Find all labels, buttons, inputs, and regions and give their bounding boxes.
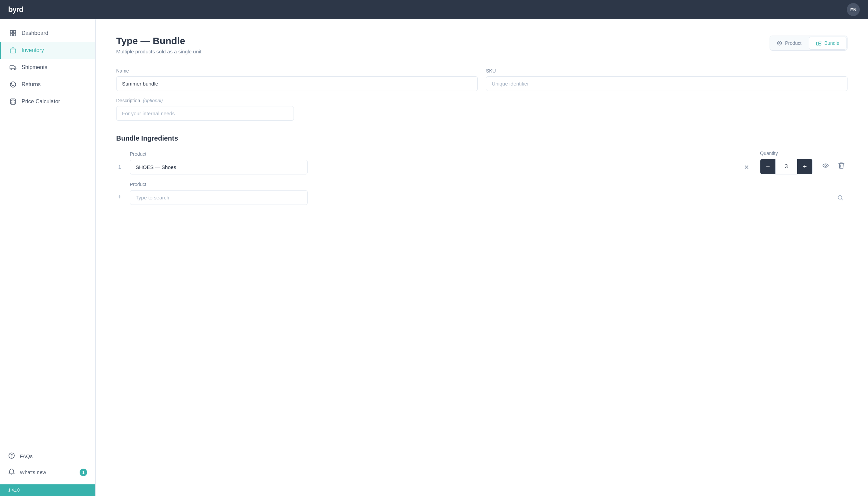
description-group: Description (optional) [116, 98, 294, 121]
type-toggle: Product Bundle [770, 36, 847, 51]
version-label: 1.41.0 [0, 484, 95, 496]
svg-rect-1 [13, 30, 16, 33]
truck-icon [9, 64, 17, 71]
sidebar-item-faqs[interactable]: FAQs [0, 448, 95, 464]
row-number-1: 1 [116, 164, 123, 174]
view-ingredient-1-button[interactable] [819, 159, 832, 172]
description-row: Description (optional) [116, 98, 847, 121]
svg-rect-22 [819, 41, 821, 43]
sidebar-item-inventory[interactable]: Inventory [0, 42, 95, 59]
svg-point-24 [823, 164, 828, 167]
qty-increase-1[interactable]: + [797, 159, 812, 174]
svg-rect-3 [13, 34, 16, 36]
logo: byrd [8, 5, 23, 14]
svg-point-7 [14, 69, 15, 70]
sidebar: Dashboard Inventory [0, 19, 96, 496]
ingredient-quantity-1: Quantity − 3 + [760, 151, 813, 174]
sku-input[interactable] [486, 76, 847, 91]
ingredient-row-1: 1 Product ✕ Quantity − 3 + [116, 151, 847, 174]
eye-icon [822, 162, 829, 169]
main-content: Type — Bundle Multiple products sold as … [96, 19, 868, 496]
sidebar-item-whats-new[interactable]: What's new 1 [0, 464, 95, 480]
bundle-type-icon [816, 40, 822, 46]
product-input-wrapper-1: ✕ [130, 160, 753, 174]
sidebar-item-label: Dashboard [22, 30, 48, 36]
sku-label: SKU [486, 68, 847, 74]
product-type-icon [777, 40, 782, 46]
main-layout: Dashboard Inventory [0, 19, 868, 496]
svg-point-25 [825, 165, 827, 167]
svg-rect-2 [10, 34, 13, 36]
ingredient-actions-1 [819, 159, 847, 174]
page-title-block: Type — Bundle Multiple products sold as … [116, 36, 201, 54]
page-header: Type — Bundle Multiple products sold as … [116, 36, 847, 54]
svg-point-8 [10, 82, 16, 87]
sidebar-nav: Dashboard Inventory [0, 19, 95, 444]
help-icon [8, 452, 15, 460]
product-type-button[interactable]: Product [770, 36, 808, 50]
clear-product-1-icon[interactable]: ✕ [744, 164, 749, 171]
bundle-type-button[interactable]: Bundle [809, 37, 846, 50]
quantity-controls-1: − 3 + [760, 159, 813, 174]
svg-point-19 [777, 41, 782, 45]
name-input[interactable] [116, 76, 478, 91]
grid-icon [9, 29, 17, 37]
sidebar-item-price-calculator[interactable]: Price Calculator [0, 93, 95, 110]
sidebar-item-label: Inventory [22, 47, 44, 53]
new-product-input-wrapper [130, 190, 847, 205]
svg-point-11 [12, 102, 12, 103]
svg-rect-0 [10, 30, 13, 33]
topbar: byrd EN [0, 0, 868, 19]
bundle-ingredients-title: Bundle Ingredients [116, 134, 847, 142]
bundle-ingredients-section: Bundle Ingredients 1 Product ✕ Quantity … [116, 134, 847, 205]
svg-point-26 [838, 195, 842, 199]
add-plus-symbol: + [116, 194, 123, 205]
svg-point-20 [779, 42, 780, 44]
language-button[interactable]: EN [847, 3, 860, 16]
new-product-label: Product [130, 182, 146, 187]
sidebar-item-label: Price Calculator [22, 99, 60, 105]
qty-decrease-1[interactable]: − [760, 159, 775, 174]
return-icon [9, 81, 17, 88]
sidebar-item-label: FAQs [20, 453, 33, 459]
product-label-1: Product [130, 151, 146, 157]
qty-value-1: 3 [775, 159, 797, 174]
svg-point-14 [12, 103, 12, 104]
svg-rect-5 [10, 66, 14, 69]
sidebar-item-label: What's new [20, 469, 46, 475]
sidebar-bottom: FAQs What's new 1 [0, 444, 95, 484]
calculator-icon [9, 98, 17, 105]
description-label: Description (optional) [116, 98, 294, 103]
name-label: Name [116, 68, 478, 74]
quantity-label-1: Quantity [760, 151, 813, 156]
svg-rect-23 [819, 43, 821, 45]
new-ingredient-product: Product [130, 181, 847, 205]
sku-group: SKU [486, 68, 847, 91]
sidebar-item-returns[interactable]: Returns [0, 76, 95, 93]
svg-point-15 [13, 103, 13, 104]
box-icon [9, 47, 17, 54]
sidebar-item-dashboard[interactable]: Dashboard [0, 25, 95, 42]
description-input[interactable] [116, 106, 294, 121]
page-title: Type — Bundle [116, 36, 201, 47]
svg-rect-10 [12, 100, 14, 101]
search-icon [837, 195, 843, 201]
delete-ingredient-1-button[interactable] [835, 159, 847, 172]
svg-point-16 [14, 103, 15, 104]
page-subtitle: Multiple products sold as a single unit [116, 49, 201, 54]
ingredient-product-1: Product ✕ [130, 151, 753, 174]
sidebar-item-label: Returns [22, 81, 41, 88]
svg-point-18 [11, 457, 12, 458]
product-search-input[interactable] [130, 190, 308, 205]
add-ingredient-row: + Product [116, 181, 847, 205]
product-input-1[interactable] [130, 160, 308, 174]
bell-icon [8, 468, 15, 476]
name-group: Name [116, 68, 478, 91]
svg-point-12 [13, 102, 13, 103]
trash-icon [838, 162, 844, 169]
whats-new-badge: 1 [80, 469, 87, 476]
form-section-basic: Name SKU Description (optional) [116, 68, 847, 121]
name-sku-row: Name SKU [116, 68, 847, 91]
svg-point-6 [11, 69, 12, 70]
sidebar-item-shipments[interactable]: Shipments [0, 59, 95, 76]
